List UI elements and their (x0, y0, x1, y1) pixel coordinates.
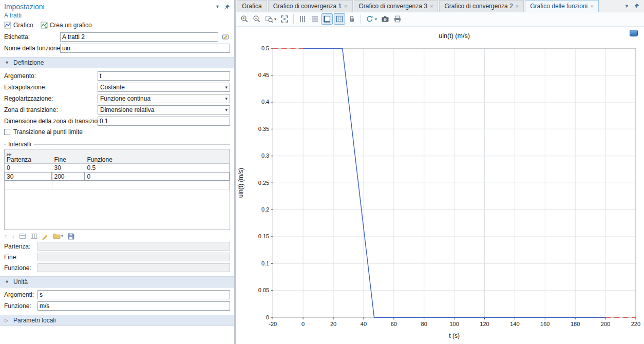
endpoint-transition-checkbox[interactable] (4, 129, 10, 135)
pencil-icon (42, 233, 49, 240)
create-plot-button[interactable]: Crea un grafico (41, 22, 92, 29)
close-icon[interactable]: × (590, 3, 593, 9)
settings-header: Impostazioni ▼ (0, 0, 234, 11)
svg-text:0.45: 0.45 (258, 72, 269, 78)
tab-grafica[interactable]: Grafica (237, 0, 267, 12)
toolbar-separator (361, 14, 361, 24)
move-up-button[interactable]: ↑ (4, 232, 8, 240)
graphics-panel: Grafica Grafico di convergenza 1 × Grafi… (236, 0, 644, 344)
comsol-app: Impostazioni ▼ A tratti Grafico Crea un … (0, 0, 644, 344)
function-name-input[interactable] (60, 44, 230, 53)
snapshot-button[interactable] (380, 13, 391, 25)
intervals-toolbar: ↑ ↓ ▾ (0, 230, 234, 241)
table-row[interactable]: 0 30 0.5 (5, 163, 230, 172)
extrapolation-select[interactable]: Costante ▾ (98, 83, 230, 92)
zoom-box-icon (265, 15, 273, 23)
section-parametri-locali-title: Parametri locali (13, 317, 56, 324)
refresh-plot-button[interactable]: ▾ (364, 13, 378, 25)
section-unita-header[interactable]: ▼ Unità (0, 276, 234, 288)
graphics-toolbar: ▾ ▾ (236, 12, 644, 27)
start-detail-input[interactable] (37, 242, 230, 251)
intervals-table[interactable]: ▶▶ Partenza Fine Funzione 0 30 0.5 30 (4, 149, 230, 230)
cell[interactable]: 0.5 (85, 163, 230, 172)
function-plot-svg: -2002040608010012014016018020022000.050.… (236, 27, 644, 344)
transition-size-input[interactable] (98, 117, 230, 126)
cell[interactable]: 0 (5, 163, 52, 172)
section-parametri-locali-header[interactable]: ▷ Parametri locali (0, 315, 234, 326)
argument-input[interactable] (98, 71, 230, 81)
edit-function-button[interactable] (42, 233, 49, 240)
show-grid-toggle-button[interactable] (334, 13, 345, 25)
save-file-button[interactable] (67, 233, 74, 240)
tabbar-pin-icon[interactable] (634, 3, 639, 9)
zoom-in-icon (240, 15, 249, 23)
vertical-grid-icon (298, 15, 307, 23)
delete-row-button[interactable] (30, 233, 37, 240)
zoom-box-button[interactable]: ▾ (263, 13, 278, 25)
close-icon[interactable]: × (344, 3, 347, 9)
zoom-in-button[interactable] (239, 13, 250, 25)
cell[interactable] (85, 181, 230, 189)
svg-text:160: 160 (540, 321, 550, 327)
plot-button[interactable]: Grafico (4, 22, 33, 29)
transition-zone-select[interactable]: Dimensione relativa ▾ (98, 105, 230, 114)
zoom-extents-button[interactable] (279, 13, 290, 25)
svg-text:200: 200 (601, 321, 610, 327)
axes-box-icon (323, 15, 331, 23)
plot-button-label: Grafico (13, 22, 33, 29)
svg-text:180: 180 (571, 321, 580, 327)
cell[interactable]: 0 (85, 172, 230, 181)
svg-text:0: 0 (301, 321, 305, 327)
units-arguments-input[interactable] (37, 290, 230, 299)
axis-x-lines-button[interactable] (297, 13, 308, 25)
move-down-button[interactable]: ↓ (12, 232, 15, 240)
close-icon[interactable]: × (430, 3, 433, 9)
function-name-label: Nome della funzione: (4, 45, 58, 52)
tab-grafico-di-convergenza-3[interactable]: Grafico di convergenza 3 × (354, 0, 439, 12)
print-button[interactable] (392, 13, 403, 25)
section-unita-title: Unità (13, 278, 28, 285)
units-function-input[interactable] (37, 301, 230, 311)
show-axes-toggle-button[interactable] (321, 13, 333, 25)
cell[interactable]: 200 (52, 172, 85, 181)
axis-y-lines-button[interactable] (309, 13, 320, 25)
function-detail-input[interactable] (37, 263, 230, 272)
tab-grafico-di-convergenza-1[interactable]: Grafico di convergenza 1 × (268, 0, 353, 12)
cell[interactable]: 30 (52, 163, 85, 172)
section-definizione-header[interactable]: ▼ Definizione (0, 57, 234, 68)
col-partenza: Partenza (7, 156, 31, 163)
start-detail-label: Partenza: (4, 243, 35, 250)
load-file-button[interactable]: ▾ (53, 233, 63, 239)
label-input[interactable] (60, 32, 218, 42)
tabbar-menu-caret-icon[interactable]: ▼ (624, 4, 629, 9)
add-row-button[interactable] (19, 233, 26, 240)
load-file-caret-icon: ▾ (61, 234, 63, 238)
rename-label-button[interactable] (221, 32, 230, 42)
end-detail-input[interactable] (37, 253, 230, 261)
svg-text:0.3: 0.3 (261, 152, 269, 159)
smoothing-select[interactable]: Funzione continua ▾ (98, 94, 230, 103)
settings-menu-caret-icon[interactable]: ▼ (215, 4, 220, 9)
units-function-label: Funzione: (4, 302, 35, 310)
tab-grafico-delle-funzioni[interactable]: Grafico delle funzioni × (525, 0, 599, 12)
cell[interactable] (52, 181, 85, 189)
settings-title: Impostazioni (4, 3, 45, 11)
tab-grafico-di-convergenza-2[interactable]: Grafico di convergenza 2 × (439, 0, 524, 12)
cell[interactable] (5, 181, 52, 189)
cell[interactable]: 30 (5, 172, 52, 181)
col-funzione: Funzione (85, 149, 230, 163)
plot-icon (4, 22, 11, 29)
svg-text:20: 20 (330, 321, 336, 327)
svg-text:t (s): t (s) (449, 332, 460, 339)
argument-label: Argomento: (4, 72, 95, 80)
table-row[interactable]: 30 200 0 (5, 172, 230, 181)
end-detail-label: Fine: (4, 254, 35, 261)
settings-pin-icon[interactable] (224, 4, 230, 10)
close-icon[interactable]: × (516, 3, 519, 9)
zoom-out-button[interactable] (251, 13, 262, 25)
plot-window-icon[interactable] (630, 30, 638, 36)
transition-zone-label: Zona di transizione: (4, 106, 95, 113)
lock-axes-button[interactable] (346, 13, 357, 25)
table-row-empty[interactable] (5, 181, 230, 189)
settings-toolbar: Grafico Crea un grafico (0, 20, 234, 31)
